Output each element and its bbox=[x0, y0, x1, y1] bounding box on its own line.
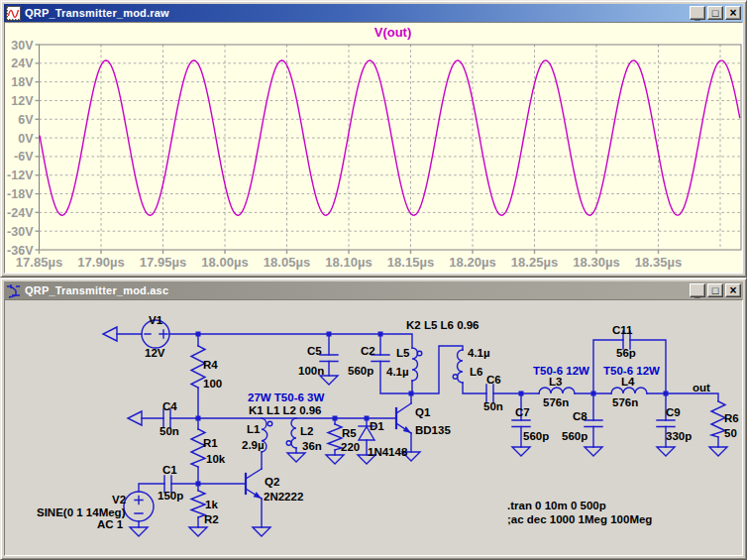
svg-text:18.10µs: 18.10µs bbox=[325, 255, 372, 270]
ground-icon[interactable] bbox=[512, 447, 530, 456]
component-l4[interactable] bbox=[611, 388, 647, 393]
ground-icon[interactable] bbox=[585, 447, 602, 456]
trace-title[interactable]: V(out) bbox=[42, 25, 744, 40]
ground-icon[interactable] bbox=[709, 447, 727, 456]
schematic-label: L1 bbox=[247, 423, 261, 435]
schematic-label: 4.1µ bbox=[386, 366, 409, 378]
schematic-label: 220 bbox=[341, 441, 360, 453]
schematic-label: 50 bbox=[724, 427, 737, 439]
svg-text:-6V: -6V bbox=[14, 150, 34, 164]
junction-dot bbox=[365, 416, 370, 421]
schematic-label: L5 bbox=[396, 347, 410, 359]
minimize-button[interactable]: _ bbox=[690, 283, 705, 297]
schematic-label: 100n bbox=[298, 365, 324, 377]
schematic-file-icon[interactable] bbox=[6, 283, 21, 298]
ground-icon[interactable] bbox=[253, 527, 270, 536]
svg-text:12V: 12V bbox=[11, 94, 34, 108]
schematic-label: Q1 bbox=[415, 406, 431, 418]
schematic-label: R6 bbox=[724, 412, 739, 424]
component-r5[interactable] bbox=[328, 424, 342, 450]
schematic-canvas[interactable]: V112VR4100C450nR110kC1150pV2SINE(0 1 14M… bbox=[4, 299, 743, 556]
schematic-label: L3 bbox=[549, 376, 562, 388]
minimize-button[interactable]: _ bbox=[690, 6, 705, 20]
svg-text:17.90µs: 17.90µs bbox=[77, 255, 124, 270]
junction-dot bbox=[196, 416, 201, 421]
junction-dot bbox=[409, 392, 414, 396]
titlebar-asc[interactable]: QRP_Transmitter_mod.asc _ □ × bbox=[4, 281, 743, 299]
schematic-label: 56p bbox=[616, 347, 636, 359]
schematic-label: 560p bbox=[523, 430, 549, 442]
component-l2[interactable] bbox=[286, 418, 296, 448]
schematic-label: C2 bbox=[361, 345, 375, 357]
junction-dot bbox=[591, 392, 596, 396]
component-l3[interactable] bbox=[539, 388, 575, 393]
component-l6[interactable] bbox=[453, 350, 463, 383]
junction-dot bbox=[519, 392, 524, 396]
svg-text:18.20µs: 18.20µs bbox=[449, 255, 495, 270]
schematic-label: K2 L5 L6 0.96 bbox=[406, 319, 480, 331]
svg-text:17.85µs: 17.85µs bbox=[16, 255, 62, 270]
close-button[interactable]: × bbox=[725, 6, 741, 20]
ground-icon[interactable] bbox=[657, 447, 675, 456]
ground-icon[interactable] bbox=[130, 527, 148, 536]
svg-text:17.95µs: 17.95µs bbox=[140, 255, 186, 270]
component-l5[interactable] bbox=[412, 348, 422, 381]
svg-text:-24V: -24V bbox=[7, 206, 34, 220]
window-title: QRP_Transmitter_mod.asc bbox=[25, 284, 168, 296]
titlebar-raw[interactable]: QRP_Transmitter_mod.raw _ □ × bbox=[4, 4, 743, 22]
component-r6[interactable] bbox=[711, 401, 725, 437]
junction-dot bbox=[327, 332, 332, 337]
schematic-label: 2N2222 bbox=[264, 491, 303, 503]
svg-text:18.35µs: 18.35µs bbox=[635, 255, 682, 270]
schematic-label: 50n bbox=[483, 400, 503, 412]
ground-icon[interactable] bbox=[287, 453, 305, 462]
close-button[interactable]: × bbox=[725, 283, 741, 297]
schematic-label: C4 bbox=[162, 400, 177, 412]
ground-icon[interactable] bbox=[326, 455, 344, 464]
ground-icon[interactable] bbox=[320, 376, 338, 385]
schematic-label: 576n bbox=[543, 396, 569, 408]
schematic-label: 330p bbox=[666, 430, 692, 442]
junction-dot bbox=[196, 482, 201, 487]
schematic-label: L2 bbox=[300, 425, 313, 437]
schematic-drawing[interactable]: V112VR4100C450nR110kC1150pV2SINE(0 1 14M… bbox=[5, 300, 744, 558]
schematic-label: 36n bbox=[302, 440, 322, 452]
window-title: QRP_Transmitter_mod.raw bbox=[25, 7, 169, 19]
svg-text:-12V: -12V bbox=[7, 168, 34, 182]
svg-text:-18V: -18V bbox=[7, 187, 34, 201]
waveform-plot[interactable]: 30V24V18V12V6V0V-6V-12V-18V-24V-30V-36V1… bbox=[5, 23, 744, 275]
schematic-label: 560p bbox=[562, 430, 587, 442]
schematic-label: L4 bbox=[621, 376, 635, 388]
svg-text:18.15µs: 18.15µs bbox=[387, 255, 434, 270]
schematic-label: 12V bbox=[145, 347, 165, 359]
component-c9[interactable] bbox=[657, 420, 675, 427]
component-r2[interactable] bbox=[191, 491, 205, 517]
ground-icon[interactable] bbox=[128, 411, 142, 425]
waveform-file-icon[interactable] bbox=[6, 6, 21, 21]
schematic-label: BD135 bbox=[415, 424, 451, 436]
schematic-label: 4.1µ bbox=[468, 347, 490, 359]
component-c5[interactable] bbox=[320, 355, 338, 362]
schematic-label: 1N4148 bbox=[368, 446, 408, 458]
schematic-label: C11 bbox=[612, 324, 633, 336]
svg-text:18.00µs: 18.00µs bbox=[201, 255, 248, 270]
schematic-label: C9 bbox=[666, 406, 681, 418]
svg-text:0V: 0V bbox=[18, 132, 34, 146]
component-c7[interactable] bbox=[512, 420, 530, 427]
component-q1[interactable] bbox=[396, 403, 411, 433]
maximize-button[interactable]: □ bbox=[707, 283, 723, 297]
schematic-label: C1 bbox=[162, 464, 177, 476]
junction-dot bbox=[664, 392, 669, 396]
schematic-label: 576n bbox=[612, 396, 638, 408]
ground-icon[interactable] bbox=[103, 327, 117, 341]
maximize-button[interactable]: □ bbox=[707, 6, 723, 20]
waveform-pane[interactable]: V(out) 30V24V18V12V6V0V-6V-12V-18V-24V-3… bbox=[4, 22, 743, 274]
component-q2[interactable] bbox=[246, 469, 262, 499]
schematic-label: 1k bbox=[205, 499, 218, 510]
window-schematic-editor: QRP_Transmitter_mod.asc _ □ × bbox=[0, 278, 747, 560]
svg-text:18V: 18V bbox=[11, 75, 34, 89]
svg-text:18.30µs: 18.30µs bbox=[573, 255, 619, 270]
schematic-label: R1 bbox=[203, 437, 218, 449]
ground-icon[interactable] bbox=[189, 527, 207, 536]
component-v2[interactable] bbox=[124, 492, 154, 521]
